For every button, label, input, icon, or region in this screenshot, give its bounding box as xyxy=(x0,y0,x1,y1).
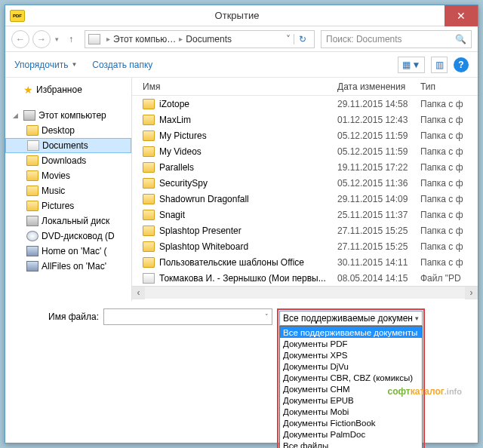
file-row[interactable]: Пользовательские шаблоны Office30.11.201… xyxy=(132,254,478,270)
file-open-dialog: PDF Открытие ✕ ← → ▾ ↑ ▸ Этот компью… ▸ … xyxy=(5,5,478,443)
sidebar-item[interactable]: Documents xyxy=(5,138,131,153)
folder-icon xyxy=(143,210,155,220)
sidebar-item[interactable]: Home on 'Mac' ( xyxy=(5,244,131,259)
star-icon: ★ xyxy=(23,84,33,96)
sidebar-item[interactable]: Downloads xyxy=(5,153,131,168)
computer-icon xyxy=(23,110,35,121)
up-button[interactable]: ↑ xyxy=(63,32,78,47)
chevron-down-icon[interactable]: ˅ xyxy=(262,313,272,321)
filter-option[interactable]: Документы FictionBook xyxy=(280,417,422,428)
filter-option[interactable]: Все поддерживаемые документы xyxy=(280,327,422,338)
chevron-right-icon: ▸ xyxy=(176,35,186,43)
view-mode-button[interactable]: ▦ ▼ xyxy=(398,57,425,73)
folder-icon xyxy=(26,216,38,226)
filter-option[interactable]: Документы CBR, CBZ (комиксы) xyxy=(280,372,422,383)
filter-option[interactable]: Документы Mobi xyxy=(280,406,422,417)
window-title: Открытие xyxy=(29,10,445,21)
column-name[interactable]: Имя xyxy=(132,81,337,92)
view-icon: ▦ xyxy=(402,60,411,70)
content-area: ★ Избранное ◢ Этот компьютер DesktopDocu… xyxy=(5,78,478,301)
filter-option[interactable]: Документы CHM xyxy=(280,383,422,394)
refresh-button[interactable]: ↻ xyxy=(294,34,311,44)
folder-icon xyxy=(143,226,155,236)
folder-icon xyxy=(26,170,38,181)
search-placeholder: Поиск: Documents xyxy=(326,34,402,44)
folder-icon xyxy=(143,257,155,268)
folder-icon xyxy=(143,115,155,125)
scroll-right-icon[interactable]: › xyxy=(465,287,478,299)
sidebar-favorites[interactable]: ★ Избранное xyxy=(5,82,131,97)
file-row[interactable]: iZotope29.11.2015 14:58Папка с ф xyxy=(132,96,478,112)
sidebar-item[interactable]: Pictures xyxy=(5,198,131,213)
file-type-filter[interactable]: Все поддерживаемые докумен ▾ xyxy=(279,311,423,326)
filename-input[interactable]: ˅ xyxy=(103,308,272,325)
collapse-icon[interactable]: ◢ xyxy=(13,112,20,119)
close-button[interactable]: ✕ xyxy=(445,5,478,26)
folder-icon xyxy=(143,99,155,109)
sidebar-item[interactable]: Music xyxy=(5,183,131,198)
forward-button[interactable]: → xyxy=(32,30,51,48)
search-icon: 🔍 xyxy=(455,34,466,44)
preview-pane-button[interactable]: ▥ xyxy=(431,57,448,73)
horizontal-scrollbar[interactable]: ‹ › xyxy=(132,286,478,299)
folder-icon xyxy=(143,178,155,189)
navigation-bar: ← → ▾ ↑ ▸ Этот компью… ▸ Documents ˅ ↻ П… xyxy=(5,26,478,52)
chevron-right-icon: ▸ xyxy=(103,35,113,43)
breadcrumb-root[interactable]: Этот компью… xyxy=(113,34,176,44)
file-row[interactable]: Snagit25.11.2015 11:37Папка с ф xyxy=(132,207,478,222)
sidebar-item[interactable]: Desktop xyxy=(5,123,131,138)
column-date[interactable]: Дата изменения xyxy=(337,81,420,92)
sidebar-item[interactable]: DVD-дисковод (D xyxy=(5,229,131,244)
file-row[interactable]: Токмакова И. - Зернышко (Мои первы...08.… xyxy=(132,270,478,286)
folder-icon xyxy=(26,186,38,196)
back-button[interactable]: ← xyxy=(11,30,29,48)
scroll-left-icon[interactable]: ‹ xyxy=(132,287,145,299)
folder-icon xyxy=(26,231,38,241)
pc-icon xyxy=(88,34,100,44)
help-button[interactable]: ? xyxy=(454,57,469,72)
history-dropdown[interactable]: ▾ xyxy=(54,35,60,43)
folder-icon xyxy=(26,246,38,256)
file-row[interactable]: My Pictures05.12.2015 11:59Папка с ф xyxy=(132,127,478,143)
filter-option[interactable]: Документы EPUB xyxy=(280,394,422,406)
filter-option[interactable]: Документы PalmDoc xyxy=(280,428,422,440)
folder-icon xyxy=(26,155,38,166)
file-type-dropdown: Все поддерживаемые документыДокументы PD… xyxy=(279,326,423,448)
chevron-down-icon: ▾ xyxy=(415,315,419,322)
file-row[interactable]: Splashtop Whiteboard27.11.2015 15:25Папк… xyxy=(132,238,478,254)
file-row[interactable]: Shadowrun Dragonfall29.11.2015 14:09Папк… xyxy=(132,191,478,207)
column-headers: Имя Дата изменения Тип xyxy=(132,78,478,96)
app-icon: PDF xyxy=(10,10,25,22)
sidebar-item[interactable]: Локальный диск xyxy=(5,213,131,229)
folder-icon xyxy=(27,140,39,151)
breadcrumb-dropdown[interactable]: ˅ xyxy=(283,34,294,44)
file-list: Имя Дата изменения Тип iZotope29.11.2015… xyxy=(132,78,478,301)
filter-option[interactable]: Документы XPS xyxy=(280,349,422,361)
toolbar: Упорядочить ▼ Создать папку ▦ ▼ ▥ ? xyxy=(5,52,478,78)
file-row[interactable]: SecuritySpy05.12.2015 11:36Папка с ф xyxy=(132,175,478,191)
chevron-down-icon: ▼ xyxy=(71,61,77,68)
sidebar-item[interactable]: AllFiles on 'Mac' xyxy=(5,259,131,274)
filter-option[interactable]: Документы PDF xyxy=(280,338,422,349)
folder-icon xyxy=(143,273,155,284)
file-row[interactable]: Splashtop Presenter27.11.2015 15:25Папка… xyxy=(132,222,478,238)
folder-icon xyxy=(143,130,155,141)
organize-button[interactable]: Упорядочить ▼ xyxy=(14,60,77,70)
filter-option[interactable]: Все файлы xyxy=(280,440,422,448)
file-row[interactable]: Parallels19.11.2015 17:22Папка с ф xyxy=(132,159,478,175)
filter-option[interactable]: Документы DjVu xyxy=(280,361,422,372)
new-folder-button[interactable]: Создать папку xyxy=(92,60,152,70)
sidebar-item[interactable]: Movies xyxy=(5,168,131,183)
folder-icon xyxy=(143,146,155,157)
sidebar-this-pc[interactable]: ◢ Этот компьютер xyxy=(5,108,131,123)
folder-icon xyxy=(26,201,38,211)
folder-icon xyxy=(26,261,38,272)
file-row[interactable]: MaxLim01.12.2015 12:43Папка с ф xyxy=(132,112,478,127)
breadcrumb[interactable]: ▸ Этот компью… ▸ Documents ˅ ↻ xyxy=(85,30,315,48)
filter-highlight: Все поддерживаемые докумен ▾ Все поддерж… xyxy=(277,308,425,448)
search-input[interactable]: Поиск: Documents 🔍 xyxy=(321,30,472,48)
column-type[interactable]: Тип xyxy=(420,81,478,92)
file-row[interactable]: My Videos05.12.2015 11:59Папка с ф xyxy=(132,143,478,159)
breadcrumb-current[interactable]: Documents xyxy=(186,34,232,44)
filename-label: Имя файла: xyxy=(16,308,99,322)
